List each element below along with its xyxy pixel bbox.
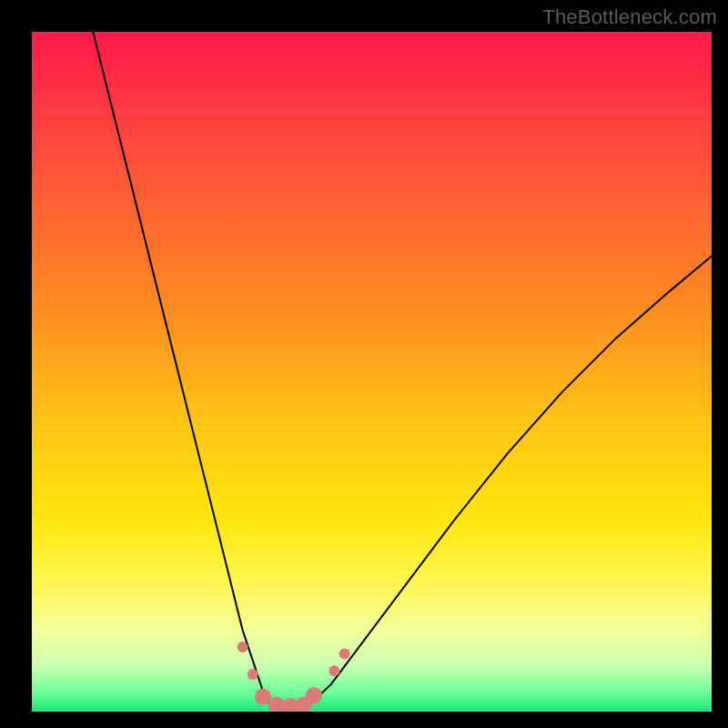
watermark-text: TheBottleneck.com	[542, 5, 717, 29]
chart-frame: TheBottleneck.com	[0, 0, 728, 728]
marker-dot	[238, 642, 248, 652]
marker-dot	[255, 689, 271, 705]
marker-dot	[329, 665, 339, 676]
marker-dot	[306, 687, 322, 703]
chart-canvas	[32, 32, 712, 712]
marker-dot	[339, 649, 350, 660]
marker-dot	[248, 669, 258, 680]
gradient-background	[32, 32, 712, 712]
plot-area	[32, 32, 712, 712]
